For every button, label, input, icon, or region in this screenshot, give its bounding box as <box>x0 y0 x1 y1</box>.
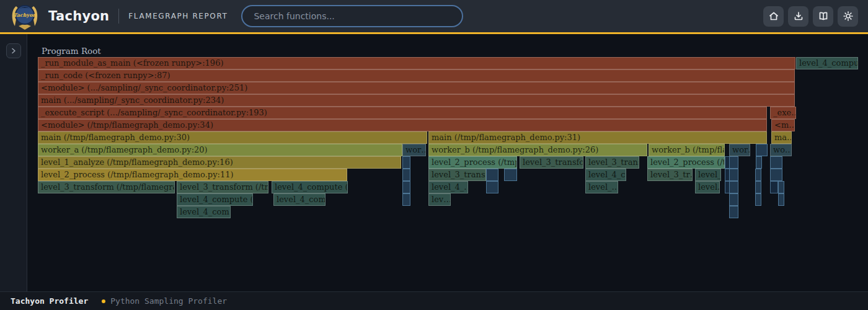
home-button[interactable] <box>763 6 784 27</box>
flame-bar[interactable]: level_4_c… <box>585 169 626 181</box>
flame-bar[interactable] <box>778 181 784 193</box>
status-bar: Tachyon Profiler Python Sampling Profile… <box>0 291 868 310</box>
flame-bar[interactable]: worker_b (/tmp/flamegraph_demo.py:26) <box>428 144 647 156</box>
flame-bar[interactable] <box>756 156 762 169</box>
flame-bar[interactable]: wor… <box>402 144 426 156</box>
flame-bar[interactable] <box>729 156 738 169</box>
header-divider <box>118 9 119 24</box>
flame-bar[interactable] <box>402 181 410 193</box>
flame-bar[interactable]: level_4_… <box>428 181 468 193</box>
download-button[interactable] <box>788 6 808 27</box>
flame-bar[interactable] <box>729 181 738 193</box>
flame-bar[interactable]: lev… <box>428 193 451 206</box>
flame-bar[interactable] <box>729 193 738 206</box>
flame-bar[interactable] <box>770 169 782 181</box>
flame-bar[interactable]: main (/tmp/flamegraph_demo.py:30) <box>38 131 427 144</box>
flame-bar[interactable]: <module> (/tmp/flamegraph_demo.py:34) <box>38 119 767 131</box>
flame-bar[interactable]: level… <box>695 181 720 193</box>
footer-app-name: Tachyon Profiler <box>11 296 88 306</box>
chevron-right-icon <box>11 48 17 54</box>
flame-bar[interactable] <box>755 169 761 181</box>
flame-bar[interactable]: _run_code (<frozen runpy>:87) <box>38 69 795 82</box>
flame-bar[interactable] <box>755 181 761 193</box>
theme-button[interactable] <box>838 6 858 27</box>
docs-button[interactable] <box>813 6 833 27</box>
flame-bar[interactable]: level_1_analyze (/tmp/flamegraph_demo.py… <box>38 156 401 169</box>
sidebar-toggle-button[interactable] <box>6 43 21 58</box>
download-icon <box>793 11 804 22</box>
flame-bar[interactable]: ma… <box>771 131 792 144</box>
content-area: Program Root _run_module_as_main (<froze… <box>0 34 868 291</box>
flame-bar[interactable]: wor… <box>729 144 750 156</box>
flame-bar[interactable] <box>486 181 498 193</box>
footer-subtitle: Python Sampling Profiler <box>110 296 227 306</box>
flame-bar[interactable]: level_3_transf… <box>428 169 486 181</box>
brightness-icon <box>843 11 854 22</box>
sidebar <box>0 34 27 291</box>
flame-bar[interactable]: wo… <box>770 144 792 156</box>
flame-bar[interactable] <box>402 156 410 169</box>
book-icon <box>818 11 829 22</box>
flame-bar[interactable] <box>486 169 498 181</box>
flame-bar[interactable]: level_3_tr… <box>647 169 693 181</box>
flame-bar[interactable]: level_3_transform (/tmp/flamegraph_dem… <box>38 181 175 193</box>
status-dot <box>102 299 105 303</box>
home-icon <box>768 11 779 22</box>
flame-bar[interactable]: _exe… <box>770 107 796 119</box>
flamegraph: Program Root _run_module_as_main (<froze… <box>38 45 859 221</box>
flame-bar[interactable] <box>504 169 517 181</box>
flame-bar[interactable]: level_4_compute (/t… <box>272 181 348 193</box>
app-title: Tachyon <box>48 9 109 24</box>
flame-bar[interactable] <box>770 156 782 169</box>
flame-bar[interactable]: level_4_comput… <box>796 57 858 69</box>
flame-bar[interactable] <box>756 144 768 156</box>
flame-bar[interactable]: level_4_com… <box>177 206 231 218</box>
svg-text:Tachyon: Tachyon <box>14 12 37 18</box>
report-label: FLAMEGRAPH REPORT <box>128 12 228 20</box>
flame-bar[interactable]: <module> (.../sampling/_sync_coordinator… <box>38 82 795 94</box>
app-logo: Tachyon <box>10 1 40 31</box>
flame-bar[interactable] <box>770 181 778 193</box>
flame-bar[interactable] <box>402 193 410 206</box>
flame-bar[interactable]: level_3_transform… <box>520 156 583 169</box>
flame-bar[interactable]: level_… <box>695 169 721 181</box>
header-icon-group <box>763 6 858 27</box>
flame-bar[interactable]: main (/tmp/flamegraph_demo.py:31) <box>428 131 767 144</box>
flame-bar[interactable]: _run_module_as_main (<frozen runpy>:196) <box>38 57 795 69</box>
flame-bar[interactable]: worker_b (/tmp/flame… <box>649 144 725 156</box>
flame-bar[interactable]: <m… <box>771 119 795 131</box>
flame-root-row[interactable]: Program Root <box>38 45 859 57</box>
flame-bar[interactable]: main (.../sampling/_sync_coordinator.py:… <box>38 94 795 107</box>
flame-bar[interactable]: level_2_process (/tm… <box>647 156 725 169</box>
flame-bar[interactable]: level_2_process (/tmp/fla… <box>428 156 517 169</box>
flame-bar[interactable] <box>729 206 738 218</box>
flame-bar[interactable]: level_… <box>585 181 618 193</box>
search-input[interactable] <box>241 5 463 27</box>
flame-bar[interactable]: level_3_trans… <box>585 156 639 169</box>
flame-bar[interactable]: level_4_compute (/t… <box>177 193 253 206</box>
flamegraph-panel: Program Root _run_module_as_main (<froze… <box>27 34 868 291</box>
flame-bar[interactable]: level_3_transform (/tmp/fl… <box>177 181 268 193</box>
header: Tachyon Tachyon FLAMEGRAPH REPORT <box>0 0 868 34</box>
flame-bar[interactable]: level_2_process (/tmp/flamegraph_demo.py… <box>38 169 347 181</box>
flame-bar[interactable] <box>755 193 761 206</box>
flame-bar[interactable] <box>729 169 738 181</box>
flame-bar[interactable] <box>778 193 784 206</box>
flame-bar[interactable]: _execute_script (.../sampling/_sync_coor… <box>38 107 767 119</box>
flame-bar[interactable] <box>402 169 410 181</box>
flame-bar[interactable]: level_4_com… <box>273 193 326 206</box>
flame-bar[interactable]: worker_a (/tmp/flamegraph_demo.py:20) <box>38 144 402 156</box>
